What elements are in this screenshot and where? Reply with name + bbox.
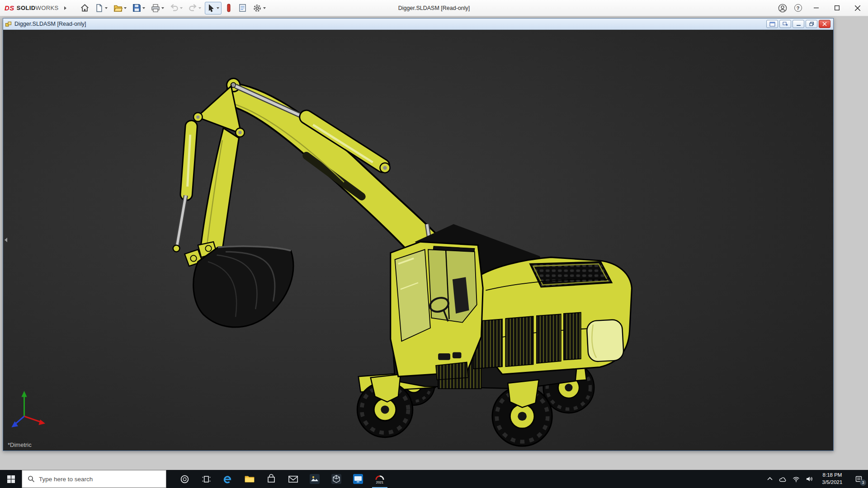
- cab[interactable]: [391, 242, 483, 380]
- taskbar: 2021 8:18 PM 3/5/2021: [0, 470, 868, 488]
- task-view-button[interactable]: [195, 470, 217, 488]
- print-button[interactable]: [149, 2, 166, 14]
- front-light: [438, 353, 450, 360]
- onedrive-tray-button[interactable]: [776, 470, 789, 488]
- file-properties-icon: [238, 4, 247, 12]
- side-vent: [505, 316, 533, 366]
- file-explorer-button[interactable]: [239, 470, 260, 488]
- maximize-button[interactable]: [826, 0, 847, 16]
- select-tool-button[interactable]: [205, 2, 222, 14]
- panel-collapse-arrow-icon[interactable]: [3, 233, 8, 247]
- caret-down-icon: [124, 7, 127, 9]
- save-icon: [132, 4, 141, 12]
- document-controls: [766, 20, 831, 28]
- doc-tile-button[interactable]: [779, 20, 791, 28]
- mail-icon: [288, 474, 298, 484]
- options-button[interactable]: [250, 2, 268, 14]
- edge-icon: [222, 474, 233, 484]
- search-input[interactable]: [39, 476, 152, 483]
- cortana-button[interactable]: [174, 470, 195, 488]
- minimize-icon: [814, 5, 819, 10]
- solidworks-app-button[interactable]: 2021: [369, 470, 391, 488]
- clock-time: 8:18 PM: [816, 472, 849, 479]
- new-document-icon: [95, 4, 104, 12]
- new-document-button[interactable]: [93, 2, 110, 14]
- document-title: Digger.SLDASM [Read-only]: [14, 21, 86, 27]
- start-button[interactable]: [0, 470, 22, 488]
- store-bag-icon: [266, 474, 276, 484]
- edge-button[interactable]: [217, 470, 239, 488]
- front-light: [453, 352, 462, 358]
- display-app-button[interactable]: [347, 470, 369, 488]
- app-titlebar: DS SOLIDWORKS: [0, 0, 868, 16]
- home-button[interactable]: [78, 2, 91, 14]
- solidworks-year-label: 2021: [376, 480, 383, 484]
- system-tray: 8:18 PM 3/5/2021 3: [763, 470, 868, 488]
- windows-logo-icon: [7, 475, 15, 483]
- minimize-button[interactable]: [806, 0, 826, 16]
- doc-restore-button[interactable]: [806, 20, 817, 28]
- caret-down-icon: [180, 7, 183, 9]
- account-button[interactable]: [775, 0, 790, 16]
- screen: DS SOLIDWORKS: [0, 0, 868, 488]
- undo-button[interactable]: [168, 2, 185, 14]
- menu-flyout-arrow-icon[interactable]: [64, 6, 66, 10]
- doc-close-button[interactable]: [819, 20, 830, 28]
- minimize-icon: [796, 22, 801, 26]
- close-button[interactable]: [847, 0, 868, 16]
- cortana-icon: [180, 474, 189, 484]
- engine-housing[interactable]: [473, 257, 632, 374]
- doc-cascade-button[interactable]: [766, 20, 778, 28]
- person-icon: [778, 4, 787, 13]
- print-icon: [151, 4, 160, 13]
- clock-date: 3/5/2021: [816, 479, 849, 486]
- rear-bogie[interactable]: [508, 380, 539, 408]
- maximize-icon: [835, 5, 840, 10]
- rebuild-icon: [225, 4, 232, 12]
- taskbar-search[interactable]: [22, 470, 166, 488]
- action-center-button[interactable]: 3: [849, 470, 868, 488]
- document-window: Digger.SLDASM [Read-only]: [3, 18, 834, 451]
- mail-button[interactable]: [282, 470, 304, 488]
- chevron-up-icon: [767, 476, 773, 482]
- cloud-icon: [779, 476, 787, 482]
- save-button[interactable]: [130, 2, 147, 14]
- cascade-window-icon: [769, 22, 775, 27]
- photos-icon: [309, 474, 320, 484]
- speaker-icon: [806, 476, 813, 482]
- help-icon: ?: [794, 4, 802, 12]
- caret-down-icon: [263, 7, 266, 9]
- help-button[interactable]: ?: [790, 0, 806, 16]
- document-titlebar[interactable]: Digger.SLDASM [Read-only]: [3, 19, 833, 30]
- open-button[interactable]: [111, 2, 129, 14]
- photos-button[interactable]: [304, 470, 326, 488]
- network-tray-button[interactable]: [789, 470, 802, 488]
- caret-down-icon: [105, 7, 108, 9]
- search-icon: [28, 475, 35, 483]
- close-icon: [855, 5, 860, 11]
- store-button[interactable]: [260, 470, 282, 488]
- solidworks-icon: 2021: [374, 474, 385, 484]
- model-canvas[interactable]: [3, 30, 833, 450]
- volume-tray-button[interactable]: [802, 470, 816, 488]
- window-title: Digger.SLDASM [Read-only]: [398, 0, 470, 16]
- view-orientation-label: *Dimetric: [8, 441, 32, 448]
- restore-icon: [809, 22, 814, 26]
- 3d-viewer-button[interactable]: [326, 470, 347, 488]
- file-properties-button[interactable]: [236, 2, 249, 14]
- brand-text: SOLIDWORKS: [17, 5, 59, 11]
- doc-minimize-button[interactable]: [793, 20, 804, 28]
- rebuild-button[interactable]: [223, 2, 235, 14]
- caret-down-icon: [198, 7, 201, 9]
- graphics-viewport[interactable]: *Dimetric: [3, 30, 833, 450]
- task-view-icon: [202, 474, 211, 484]
- home-icon: [80, 4, 89, 12]
- notification-badge: 3: [860, 479, 866, 486]
- solidworks-logo[interactable]: DS SOLIDWORKS: [0, 4, 66, 12]
- redo-button[interactable]: [186, 2, 203, 14]
- tray-chevron-button[interactable]: [763, 470, 776, 488]
- tile-window-icon: [783, 22, 788, 27]
- select-cursor-icon: [207, 4, 215, 12]
- taskbar-clock[interactable]: 8:18 PM 3/5/2021: [816, 472, 849, 486]
- side-vent: [537, 314, 561, 363]
